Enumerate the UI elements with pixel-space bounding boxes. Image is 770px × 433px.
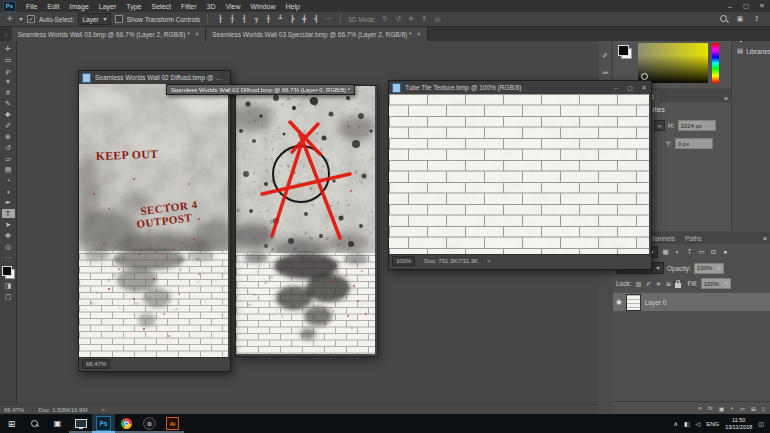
tab-paths[interactable]: Paths [680,232,707,244]
search-icon[interactable] [720,15,728,23]
lock-position-icon[interactable]: ✛ [655,280,663,288]
distribute-left-icon[interactable]: ┣ [287,15,297,23]
magic-wand-tool[interactable]: ✶ [2,77,15,86]
align-top-icon[interactable]: ┰ [251,15,261,23]
menu-view[interactable]: View [221,3,246,10]
new-adjustment-layer-icon[interactable]: ◐ [730,405,734,412]
more-align-options-icon[interactable]: ⋯ [323,15,333,23]
lock-artboard-icon[interactable]: ⊞ [665,280,673,288]
y-field[interactable]: 0 px [675,138,713,149]
app-minimize-button[interactable]: – [722,0,738,12]
canvas-diffuse[interactable]: KEEP OUT SECTOR 4 OUTPOST [79,84,228,357]
add-layer-mask-icon[interactable]: ▣ [719,405,725,412]
fill-field[interactable]: 100% [701,278,731,289]
taskbar-search-button[interactable] [23,414,46,433]
panel-menu-icon[interactable]: ≡ [763,235,770,242]
3d-orbit-icon[interactable]: ↻ [380,15,390,23]
auto-select-checkbox[interactable]: ✓ [27,15,35,23]
window-title-bar[interactable]: Tube Tile Texture.bmp @ 100% (RGB/8) – ▢… [389,81,651,94]
quick-mask-icon[interactable]: ◨ [2,281,15,290]
pen-tool[interactable]: ✒ [2,198,15,207]
zoom-level[interactable]: 66.47% [4,407,24,413]
status-chevron-icon[interactable]: > [101,407,105,413]
crop-tool[interactable]: # [2,88,15,97]
window-title-bar[interactable]: Seamless Worlds Wall 02 Diffusd.bmp @ … … [79,71,230,84]
close-icon[interactable]: ✕ [195,31,200,37]
tool-preset-arrow-icon[interactable] [19,18,23,21]
menu-edit[interactable]: Edit [42,3,64,10]
layer-row-selected[interactable]: ◉ Layer 0 [613,293,770,311]
tray-chevron-icon[interactable]: ∧ [673,420,677,427]
align-center-horizontal-icon[interactable]: ╂ [227,15,237,23]
hand-tool[interactable]: ✥ [2,231,15,240]
screen-mode-icon[interactable]: ▢ [2,292,15,301]
task-view-button[interactable]: ▣ [46,414,69,433]
share-image-icon[interactable]: ↥ [752,15,762,23]
filter-type-layers-icon[interactable]: T [685,248,694,256]
taskbar-illustrator-button[interactable]: Ai [161,414,184,433]
brush-settings-panel-icon[interactable]: ✐ [602,52,608,60]
status-chevron-icon[interactable]: > [487,258,491,264]
menu-file[interactable]: File [21,3,42,10]
taskbar-photoshop-button[interactable]: Ps [92,414,115,433]
clock[interactable]: 11:50 13/11/2018 [725,417,752,430]
menu-type[interactable]: Type [121,3,146,10]
menu-window[interactable]: Window [246,3,281,10]
color-panel-swatches[interactable] [618,45,632,59]
lock-transparent-pixels-icon[interactable]: ▨ [635,280,643,288]
maximize-icon[interactable]: ▢ [623,81,637,94]
clone-stamp-tool[interactable]: ⊛ [2,132,15,141]
photoshop-logo-icon[interactable]: Ps [3,1,16,12]
notification-center-icon[interactable]: ◫ [758,420,764,427]
app-restore-button[interactable]: ▢ [738,0,754,12]
hue-slider[interactable] [712,43,719,83]
history-brush-tool[interactable]: ↺ [2,143,15,152]
new-layer-icon[interactable]: ⊞ [751,405,756,412]
menu-help[interactable]: Help [280,3,304,10]
blur-tool[interactable]: ◔ [2,176,15,185]
3d-slide-icon[interactable]: ⇕ [419,15,429,23]
color-cursor-icon[interactable] [641,73,648,80]
link-dimensions-icon[interactable]: ∞ [654,120,665,131]
filter-shape-layers-icon[interactable]: ▭ [697,248,706,256]
foreground-background-swatch[interactable] [2,266,15,279]
distribute-right-icon[interactable]: ┫ [311,15,321,23]
canvas-tube-tile[interactable] [389,94,649,254]
lasso-tool[interactable]: ℘ [2,66,15,75]
align-right-icon[interactable]: ┨ [239,15,249,23]
filter-smart-objects-icon[interactable]: ⊡ [709,248,718,256]
align-left-icon[interactable]: ┠ [215,15,225,23]
layer-name[interactable]: Layer 0 [645,299,667,306]
filter-adjustment-layers-icon[interactable]: ◐ [673,248,682,256]
network-icon[interactable]: ◧ [684,420,690,427]
language-indicator[interactable]: ENG [706,421,719,427]
marquee-tool[interactable]: ▭ [2,55,15,64]
edit-toolbar-icon[interactable]: ⋯ [2,253,15,262]
taskbar-dark-app-button[interactable]: ⚙ [138,414,161,433]
layer-thumbnail[interactable] [626,294,641,311]
foreground-color-swatch[interactable] [2,266,12,276]
link-layers-icon[interactable]: ∞ [698,405,702,412]
align-bottom-icon[interactable]: ┸ [275,15,285,23]
foreground-color-swatch[interactable] [618,45,629,56]
3d-zoom-icon[interactable]: ◎ [432,15,442,23]
close-icon[interactable]: ✕ [417,31,422,37]
properties-panel-icon[interactable]: ≔ [602,69,609,77]
minimize-icon[interactable]: – [226,71,230,84]
layer-filter-toggle-icon[interactable]: ● [721,248,730,256]
document-tab-2[interactable]: Seamless Worlds Wall 03 Specular.bmp @ 6… [206,27,428,41]
taskbar-chrome-button[interactable] [115,414,138,433]
zoom-level[interactable]: 66.47% [82,359,110,369]
app-close-button[interactable]: ✕ [754,0,770,12]
close-icon[interactable]: ✕ [637,81,651,94]
filter-pixel-layers-icon[interactable]: ▦ [661,248,670,256]
gradient-tool[interactable]: ▤ [2,165,15,174]
libraries-panel-button[interactable]: ▤ Libraries [732,41,770,55]
zoom-tool[interactable]: ◎ [2,242,15,251]
auto-select-dropdown[interactable]: Layer [78,13,110,25]
menu-select[interactable]: Select [147,3,176,10]
speaker-icon[interactable]: ◁ [696,420,701,427]
height-field[interactable]: 1024 px [678,120,716,131]
healing-brush-tool[interactable]: ✚ [2,110,15,119]
show-transform-checkbox[interactable] [115,15,123,23]
